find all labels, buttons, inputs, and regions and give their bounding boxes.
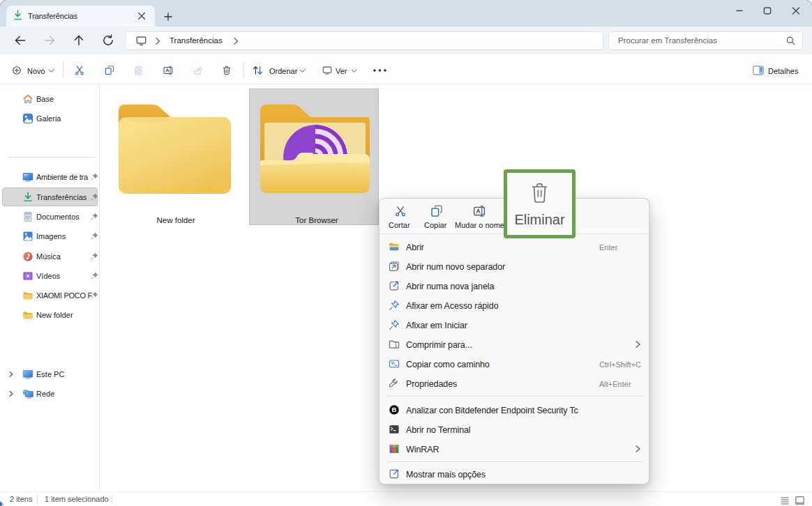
svg-text:B: B [392,406,397,413]
